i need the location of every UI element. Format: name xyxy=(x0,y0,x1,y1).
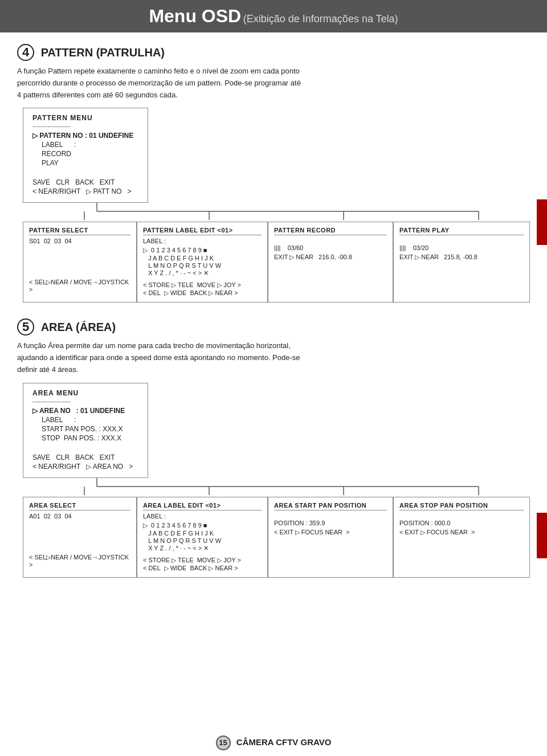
area-select-footer1: < SEL▷NEAR / MOVE→JOYSTICK > xyxy=(29,554,130,568)
section5-desc: A função Área permite dar um nome para c… xyxy=(17,340,530,375)
area-stop-divider xyxy=(399,510,524,510)
pattern-select-box: PATTERN SELECT S01 02 03 04 < SEL▷NEAR /… xyxy=(23,222,137,303)
area-start-row1: < EXIT ▷ FOCUS NEAR > xyxy=(274,529,387,536)
pattern-menu-row2: RECORD xyxy=(42,150,138,158)
area-label-footer1: < STORE ▷ TELE MOVE ▷ JOY > xyxy=(143,557,262,564)
area-menu-row2: START PAN POS. : XXX.X xyxy=(42,425,138,433)
area-label-box: AREA LABEL EDIT <01> LABEL : ▷ 0 1 2 3 4… xyxy=(137,497,268,578)
area-stop-row0: POSITION : 000.0 xyxy=(399,520,524,526)
area-menu-row1: LABEL : xyxy=(42,416,138,424)
pattern-menu-footer1: SAVE CLR BACK EXIT xyxy=(32,178,138,186)
pattern-select-footer: < SEL▷NEAR / MOVE→JOYSTICK > xyxy=(29,279,130,293)
area-start-divider xyxy=(274,510,387,510)
pattern-label-row0: ▷ 0 1 2 3 4 5 6 7 8 9 ■ xyxy=(143,247,262,254)
area-start-row0: POSITION : 359.9 xyxy=(274,520,387,526)
section4: 4 PATTERN (PATRULHA) A função Pattern re… xyxy=(17,44,530,303)
area-stop-title: AREA STOP PAN POSITION xyxy=(399,502,524,509)
area-label-row3: X Y Z . / , * · - ~ < > ✕ xyxy=(143,545,262,552)
pattern-label-box: PATTERN LABEL EDIT <01> LABEL : ▷ 0 1 2 … xyxy=(137,222,268,303)
section4-number: 4 xyxy=(17,44,34,61)
pattern-play-content: |||| 03/20 EXIT ▷ NEAR 215.8, -00.8 xyxy=(399,244,524,261)
area-start-title: AREA START PAN POSITION xyxy=(274,502,387,509)
main-content: 4 PATTERN (PATRULHA) A função Pattern re… xyxy=(0,32,547,589)
pattern-tree-svg xyxy=(23,203,524,220)
area-menu-footer1: SAVE CLR BACK EXIT xyxy=(32,453,138,461)
area-label-footer: < STORE ▷ TELE MOVE ▷ JOY > < DEL ▷ WIDE… xyxy=(143,557,262,572)
section4-desc3: 4 patterns diferentes com até 60 segundo… xyxy=(17,91,178,99)
pattern-play-divider xyxy=(399,235,524,235)
pattern-menu-row1: LABEL : xyxy=(42,141,138,149)
area-menu-row3: STOP PAN POS. : XXX.X xyxy=(42,434,138,442)
area-label-label: LABEL : xyxy=(143,513,262,520)
area-menu-wrapper: AREA MENU -------------------- ▷ AREA NO… xyxy=(23,383,530,478)
area-select-divider xyxy=(29,510,130,510)
area-label-row2: L M N O P Q R S T U V W xyxy=(143,537,262,544)
pattern-select-title: PATTERN SELECT xyxy=(29,227,130,234)
area-select-footer: < SEL▷NEAR / MOVE→JOYSTICK > xyxy=(29,554,130,568)
pattern-tree-connector xyxy=(23,203,530,222)
right-sidebar-bar-bottom xyxy=(537,513,547,558)
area-menu-footer2: < NEAR/RIGHT ▷ AREA NO > xyxy=(32,463,138,471)
pattern-menu-divider-text: -------------------- xyxy=(32,123,138,129)
pattern-label-footer2: < DEL ▷ WIDE BACK ▷ NEAR > xyxy=(143,289,262,297)
area-select-title: AREA SELECT xyxy=(29,502,130,509)
area-tree-connector xyxy=(23,478,530,497)
area-label-row1: J A B C D E F G H I J K xyxy=(143,530,262,537)
pattern-menu-row0: ▷ PATTERN NO : 01 UNDEFINE xyxy=(32,132,138,140)
section5: 5 AREA (ÁREA) A função Área permite dar … xyxy=(17,318,530,577)
pattern-record-content: |||| 03/60 EXIT ▷ NEAR 216.0, -00.8 xyxy=(274,244,387,261)
section4-desc1: A função Pattern repete exatamente o cam… xyxy=(17,67,300,75)
area-stop-row1: < EXIT ▷ FOCUS NEAR > xyxy=(399,529,524,536)
page-footer: 15 CÂMERA CFTV GRAVO xyxy=(0,735,547,750)
pattern-play-row0: |||| 03/20 xyxy=(399,244,524,251)
pattern-label-label: LABEL : xyxy=(143,238,262,244)
area-start-content: POSITION : 359.9 < EXIT ▷ FOCUS NEAR > xyxy=(274,520,387,536)
pattern-menu-footer: SAVE CLR BACK EXIT < NEAR/RIGHT ▷ PATT N… xyxy=(32,178,138,195)
pattern-record-divider xyxy=(274,235,387,235)
area-menu-divider-text: -------------------- xyxy=(32,398,138,404)
page-header: Menu OSD (Exibição de Informações na Tel… xyxy=(0,0,547,32)
pattern-select-footer1: < SEL▷NEAR / MOVE→JOYSTICK > xyxy=(29,279,130,293)
pattern-sub-boxes: PATTERN SELECT S01 02 03 04 < SEL▷NEAR /… xyxy=(23,222,530,303)
section5-desc1: A função Área permite dar um nome para c… xyxy=(17,341,291,350)
area-select-box: AREA SELECT A01 02 03 04 < SEL▷NEAR / MO… xyxy=(23,497,137,578)
section4-title: PATTERN (PATRULHA) xyxy=(41,46,165,59)
pattern-label-row3: X Y Z . / , * · - ~ < > ✕ xyxy=(143,269,262,277)
area-menu-title: AREA MENU xyxy=(32,389,138,397)
area-select-row0: A01 02 03 04 xyxy=(29,513,130,520)
area-stop-box: AREA STOP PAN POSITION POSITION : 000.0 … xyxy=(393,497,530,578)
area-label-footer2: < DEL ▷ WIDE BACK ▷ NEAR > xyxy=(143,565,262,572)
camera-text: CÂMERA CFTV GRAVO xyxy=(236,737,332,747)
area-label-title: AREA LABEL EDIT <01> xyxy=(143,502,262,509)
section4-desc2: percorrido durante o processo de memoriz… xyxy=(17,79,301,87)
pattern-select-row0: S01 02 03 04 xyxy=(29,238,130,244)
area-start-box: AREA START PAN POSITION POSITION : 359.9… xyxy=(268,497,393,578)
pattern-label-footer: < STORE ▷ TELE MOVE ▷ JOY > < DEL ▷ WIDE… xyxy=(143,281,262,297)
pattern-label-row2: L M N O P Q R S T U V W xyxy=(143,262,262,269)
pattern-record-row0: |||| 03/60 xyxy=(274,244,387,251)
header-title-menu: Menu OSD xyxy=(149,6,241,26)
section5-number: 5 xyxy=(17,318,34,336)
pattern-play-title: PATTERN PLAY xyxy=(399,227,524,234)
section5-title: AREA (ÁREA) xyxy=(41,321,116,333)
header-title-sub: (Exibição de Informações na Tela) xyxy=(243,13,398,24)
area-label-divider xyxy=(143,510,262,510)
pattern-menu-title: PATTERN MENU xyxy=(32,114,138,122)
pattern-menu-row3: PLAY xyxy=(42,159,138,167)
pattern-play-row1: EXIT ▷ NEAR 215.8, -00.8 xyxy=(399,254,524,261)
pattern-select-divider xyxy=(29,235,130,235)
area-label-chars: ▷ 0 1 2 3 4 5 6 7 8 9 ■ J A B C D E F G … xyxy=(143,522,262,552)
pattern-label-divider xyxy=(143,235,262,235)
area-menu-footer: SAVE CLR BACK EXIT < NEAR/RIGHT ▷ AREA N… xyxy=(32,453,138,471)
pattern-label-chars: ▷ 0 1 2 3 4 5 6 7 8 9 ■ J A B C D E F G … xyxy=(143,247,262,277)
section5-desc2: ajudando a identificar para onde a speed… xyxy=(17,353,300,362)
pattern-record-title: PATTERN RECORD xyxy=(274,227,387,234)
area-sub-boxes: AREA SELECT A01 02 03 04 < SEL▷NEAR / MO… xyxy=(23,497,530,578)
section4-desc: A função Pattern repete exatamente o cam… xyxy=(17,66,530,101)
pattern-record-row1: EXIT ▷ NEAR 216.0, -00.8 xyxy=(274,254,387,261)
pattern-menu-footer2: < NEAR/RIGHT ▷ PATT NO > xyxy=(32,187,138,195)
pattern-record-box: PATTERN RECORD |||| 03/60 EXIT ▷ NEAR 21… xyxy=(268,222,393,303)
right-sidebar-bar-top xyxy=(537,199,547,245)
page-number: 15 xyxy=(216,735,231,750)
pattern-menu-wrapper: PATTERN MENU -------------------- ▷ PATT… xyxy=(23,108,530,203)
